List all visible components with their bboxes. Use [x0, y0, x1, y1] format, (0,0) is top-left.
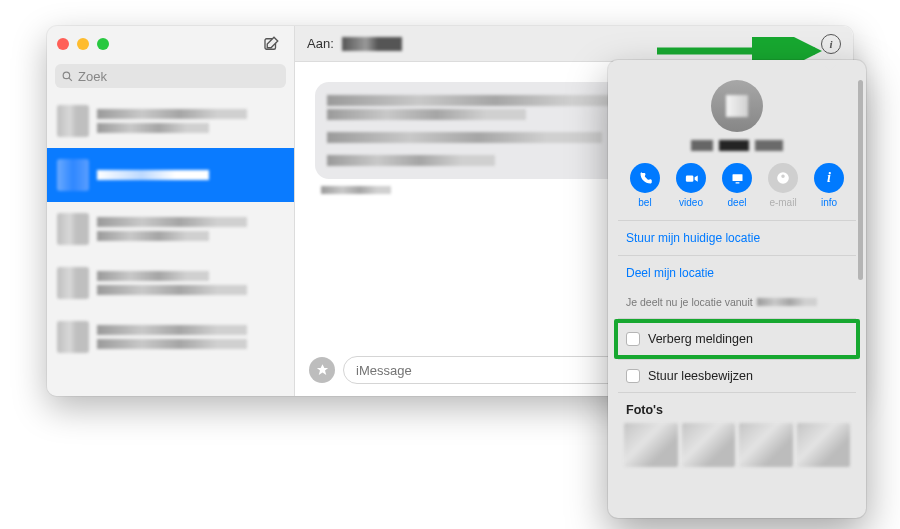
photos-section-title: Foto's: [618, 393, 856, 423]
titlebar: [47, 26, 294, 62]
send-read-receipts-checkbox[interactable]: [626, 369, 640, 383]
contact-avatar[interactable]: [711, 80, 763, 132]
details-popover: bel video deel e-mail i info Stuur mijn …: [608, 60, 866, 518]
annotation-highlight: Verberg meldingen: [614, 319, 860, 359]
compose-button[interactable]: [258, 34, 284, 54]
send-read-receipts-label: Stuur leesbewijzen: [648, 369, 753, 383]
share-location-link[interactable]: Deel mijn locatie: [618, 256, 856, 290]
apps-button[interactable]: [309, 357, 335, 383]
minimize-window-button[interactable]: [77, 38, 89, 50]
svg-point-1: [63, 72, 69, 79]
conversation-item[interactable]: [47, 310, 294, 364]
hide-notifications-row[interactable]: Verberg meldingen: [618, 323, 856, 355]
incoming-message-bubble: [315, 82, 645, 179]
svg-rect-4: [732, 174, 742, 181]
avatar: [57, 105, 89, 137]
send-current-location-link[interactable]: Stuur mijn huidige locatie: [618, 221, 856, 255]
info-icon: i: [827, 170, 831, 186]
sidebar: Zoek: [47, 26, 295, 396]
avatar: [57, 321, 89, 353]
to-label: Aan:: [307, 36, 334, 51]
details-info-button[interactable]: i: [821, 34, 841, 54]
window-controls: [57, 38, 109, 50]
phone-icon: [638, 171, 653, 186]
share-icon: [730, 171, 745, 186]
video-icon: [684, 171, 699, 186]
conversation-header: Aan: i: [295, 26, 853, 62]
email-button: e-mail: [762, 163, 804, 208]
search-input[interactable]: Zoek: [55, 64, 286, 88]
video-button[interactable]: video: [670, 163, 712, 208]
location-sharing-status: Je deelt nu je locatie vanuit: [618, 290, 856, 318]
photo-thumbnail[interactable]: [624, 423, 678, 467]
search-placeholder: Zoek: [78, 69, 107, 84]
conversation-item[interactable]: [47, 94, 294, 148]
appstore-icon: [315, 363, 330, 378]
hide-notifications-checkbox[interactable]: [626, 332, 640, 346]
contact-actions-row: bel video deel e-mail i info: [618, 163, 856, 221]
mail-icon: [776, 171, 790, 185]
conversation-item[interactable]: [47, 256, 294, 310]
contact-name-redacted: [618, 140, 856, 151]
zoom-window-button[interactable]: [97, 38, 109, 50]
svg-rect-3: [685, 175, 693, 181]
photos-grid: [618, 423, 856, 467]
screen-share-button[interactable]: deel: [716, 163, 758, 208]
hide-notifications-label: Verberg meldingen: [648, 332, 753, 346]
conversation-item[interactable]: [47, 202, 294, 256]
info-button[interactable]: i info: [808, 163, 850, 208]
avatar: [57, 213, 89, 245]
conversation-list: [47, 94, 294, 396]
avatar: [57, 159, 89, 191]
search-icon: [61, 70, 74, 83]
recipient-redacted: [342, 37, 402, 51]
call-button[interactable]: bel: [624, 163, 666, 208]
close-window-button[interactable]: [57, 38, 69, 50]
message-timestamp: [321, 185, 651, 196]
photo-thumbnail[interactable]: [682, 423, 736, 467]
popover-scrollbar[interactable]: [858, 80, 863, 508]
photo-thumbnail[interactable]: [797, 423, 851, 467]
svg-rect-5: [735, 182, 739, 183]
send-read-receipts-row[interactable]: Stuur leesbewijzen: [618, 360, 856, 392]
conversation-item-selected[interactable]: [47, 148, 294, 202]
avatar: [57, 267, 89, 299]
photo-thumbnail[interactable]: [739, 423, 793, 467]
